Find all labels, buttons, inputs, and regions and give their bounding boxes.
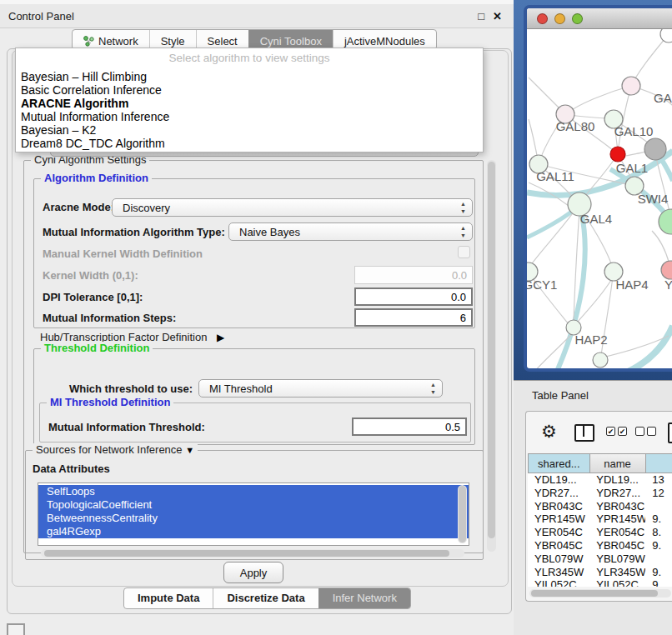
tab-select[interactable]: Select: [196, 30, 248, 49]
table-cell: YBL079W: [589, 552, 645, 566]
table-row[interactable]: YBL079WYBL079W: [528, 552, 672, 566]
table-cell: [645, 500, 672, 513]
column-header-partial[interactable]: [646, 453, 672, 473]
table-cell: YIL052C: [528, 578, 589, 587]
table-row[interactable]: YDL19...YDL19...13: [528, 473, 672, 487]
node-label-gcy1: GCY1: [527, 278, 557, 292]
gear-icon[interactable]: ⚙: [541, 419, 557, 444]
data-attribute-item[interactable]: gal4RGexp: [38, 525, 469, 538]
data-attributes-label: Data Attributes: [33, 462, 110, 475]
mi-steps-field[interactable]: 6: [354, 308, 473, 327]
table-cell: YDL19...: [589, 473, 645, 487]
tab-jactivemnodules[interactable]: jActiveMNodules: [333, 30, 436, 49]
zoom-window-icon[interactable]: [572, 13, 583, 24]
table-row[interactable]: YER054CYER054C8.: [528, 526, 672, 539]
mi-threshold-value: 0.5: [445, 421, 460, 433]
sources-group-title[interactable]: Sources for Network Inference ▼: [33, 443, 198, 456]
which-threshold-label: Which threshold to use:: [69, 382, 193, 395]
mi-threshold-label: Mutual Information Threshold:: [48, 421, 205, 433]
node-label-gal80: GAL80: [556, 119, 595, 133]
network-window-titlebar[interactable]: [527, 8, 672, 29]
kernel-width-field[interactable]: 0.0: [354, 266, 473, 284]
mi-threshold-field[interactable]: 0.5: [352, 418, 467, 436]
table-cell: 9.: [645, 512, 672, 526]
column-header-name[interactable]: name: [590, 453, 646, 473]
combo-arrows-icon: ▲▼: [460, 224, 466, 239]
deselect-all-icon[interactable]: [635, 427, 656, 436]
algorithm-dropdown[interactable]: Select algorithm to view settings Bayesi…: [15, 48, 484, 152]
algorithm-option[interactable]: Dream8 DC_TDC Algorithm: [16, 137, 483, 150]
table-header-row: shared...name: [528, 453, 672, 473]
table-row[interactable]: YIL052CYIL052C9: [528, 578, 672, 587]
aracne-mode-label: Aracne Mode:: [43, 201, 114, 213]
table-cell: YBL079W: [528, 552, 589, 566]
network-node[interactable]: [593, 352, 608, 368]
data-attribute-item[interactable]: SelfLoops: [38, 485, 469, 498]
apply-button[interactable]: Apply: [223, 562, 283, 583]
data-attribute-item[interactable]: TopologicalCoefficient: [38, 498, 469, 512]
tab-network[interactable]: Network: [73, 30, 149, 49]
tab-cyni-toolbox[interactable]: Cyni Toolbox: [248, 30, 333, 49]
algorithm-option[interactable]: Bayesian – K2: [16, 123, 483, 137]
network-canvas[interactable]: GALGAL80GAL10GAL1GAL11SWI4GAL4GCY1HAP4YH…: [527, 29, 672, 355]
expand-right-icon[interactable]: ▶: [210, 332, 224, 343]
table-row[interactable]: YPR145WYPR145W9.: [528, 512, 672, 526]
application-window: Control Panel □ ✕ NetworkStyleSelectCyni…: [0, 0, 672, 635]
tab-infer-network[interactable]: Infer Network: [318, 588, 410, 608]
mi-type-select[interactable]: Naive Bayes ▲▼: [228, 222, 473, 241]
dpi-tolerance-field[interactable]: 0.0: [354, 288, 473, 306]
table-row[interactable]: YDR27...YDR27...12: [528, 487, 672, 500]
node-label-gal1: GAL1: [616, 161, 648, 175]
new-table-icon[interactable]: [668, 422, 672, 443]
threshold-definition-group: Threshold Definition Which threshold to …: [33, 348, 475, 445]
tab-discretize-data[interactable]: Discretize Data: [213, 588, 318, 608]
table-horizontal-scrollbar[interactable]: [529, 589, 671, 598]
mi-threshold-group-title: MI Threshold Definition: [47, 396, 173, 408]
float-panel-icon[interactable]: □: [478, 11, 484, 22]
table-row[interactable]: YLR345WYLR345W9.: [528, 566, 672, 579]
collapse-down-icon[interactable]: ▼: [185, 445, 194, 455]
algorithm-option[interactable]: Bayesian – Hill Climbing: [16, 70, 483, 83]
table-panel: Table Panel ⚙ ✔ ✔ shared...name YDL19...…: [514, 380, 672, 635]
algorithm-option[interactable]: Mutual Information Inference: [16, 110, 483, 123]
algorithm-definition-group: Algorithm Definition Aracne Mode: Discov…: [33, 178, 475, 328]
data-attribute-item[interactable]: BetweennessCentrality: [38, 512, 469, 525]
data-attributes-list[interactable]: SelfLoopsTopologicalCoefficientBetweenne…: [38, 482, 469, 546]
checkbox-unchecked-icon: [635, 427, 644, 436]
close-window-icon[interactable]: [537, 13, 548, 24]
show-columns-icon[interactable]: [574, 424, 594, 442]
network-node[interactable]: [659, 209, 672, 234]
network-node[interactable]: [644, 138, 666, 160]
which-threshold-select[interactable]: MI Threshold ▲▼: [198, 379, 443, 398]
threshold-definition-title: Threshold Definition: [41, 342, 153, 354]
table-row[interactable]: YBR045CYBR045C9.: [528, 539, 672, 552]
table-cell: YDR27...: [528, 487, 589, 500]
aracne-mode-select[interactable]: Discovery ▲▼: [112, 198, 473, 217]
network-node[interactable]: [660, 29, 672, 42]
column-header-shared...[interactable]: shared...: [528, 453, 590, 473]
table-cell: 8.: [645, 526, 672, 539]
table-row[interactable]: YBR043CYBR043C: [528, 500, 672, 513]
attributes-vertical-scrollbar[interactable]: [458, 485, 467, 543]
network-node-gal1[interactable]: [610, 147, 625, 162]
collapsed-panel-icon[interactable]: [7, 623, 25, 635]
algorithm-option[interactable]: Basic Correlation Inference: [16, 83, 483, 97]
tab-style[interactable]: Style: [149, 30, 196, 49]
mi-type-value: Naive Bayes: [239, 226, 300, 238]
network-node-y[interactable]: [661, 261, 672, 279]
algorithm-option[interactable]: ARACNE Algorithm: [16, 97, 483, 110]
manual-kernel-checkbox[interactable]: [458, 246, 470, 258]
close-panel-icon[interactable]: ✕: [493, 11, 502, 22]
attributes-horizontal-scrollbar[interactable]: [41, 549, 464, 558]
dpi-tolerance-label: DPI Tolerance [0,1]:: [43, 291, 143, 303]
panel-vertical-scrollbar[interactable]: [487, 160, 496, 552]
mi-steps-value: 6: [460, 312, 466, 324]
table-cell: YBR043C: [528, 500, 589, 513]
table-cell: 9.: [645, 539, 672, 552]
minimize-window-icon[interactable]: [554, 13, 565, 24]
network-node-gal[interactable]: [622, 77, 640, 95]
network-view-window[interactable]: GALGAL80GAL10GAL1GAL11SWI4GAL4GCY1HAP4YH…: [524, 5, 672, 372]
node-label-swi4: SWI4: [638, 192, 669, 206]
select-all-icon[interactable]: ✔ ✔: [606, 427, 627, 436]
tab-impute-data[interactable]: Impute Data: [124, 588, 213, 608]
